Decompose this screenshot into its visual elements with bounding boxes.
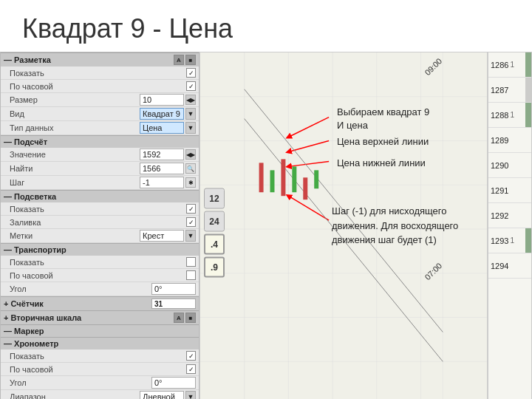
price-bar-indicator-1288: 1 xyxy=(510,111,514,119)
checkbox-pokazat4[interactable]: ✓ xyxy=(186,351,196,361)
row-ugol2-label: Угол xyxy=(10,378,151,387)
price-value-1287: 1287 xyxy=(491,86,508,95)
price-bar-1288 xyxy=(525,103,531,127)
row-pochasovoi2: По часовой xyxy=(1,269,199,282)
row-pokazat-value: ✓ xyxy=(186,68,196,78)
row-pokazat: Показать ✓ xyxy=(1,66,199,80)
row-pochasovoi3: По часовой ✓ xyxy=(1,363,199,376)
chevron-znachenie[interactable]: ◀▶ xyxy=(185,149,196,160)
section-schetchik-label: + Счётчик xyxy=(4,299,44,308)
tool-btn-4[interactable]: .4 xyxy=(204,234,225,255)
svg-rect-24 xyxy=(303,177,307,200)
checkbox-pochasovoi[interactable]: ✓ xyxy=(186,81,196,91)
checkbox-pokazat3[interactable] xyxy=(186,257,196,267)
row-vid: Вид Квадрат 9 ▼ xyxy=(1,107,199,121)
row-pochasovoi-label: По часовой xyxy=(10,82,186,91)
input-shag[interactable]: -1 xyxy=(140,177,184,188)
row-pokazat4: Показать ✓ xyxy=(1,349,199,363)
select-vid[interactable]: Квадрат 9 xyxy=(140,108,184,120)
icon-shag[interactable]: ✱ xyxy=(185,177,196,188)
input-razmer[interactable]: 10 xyxy=(140,94,184,106)
chevron-razmer[interactable]: ◀▶ xyxy=(185,95,196,105)
dropdown-vid[interactable]: ▼ xyxy=(185,108,196,120)
section-vtorichnaya: + Вторичная шкала A ■ xyxy=(1,310,199,324)
price-row-1287: 1287 xyxy=(488,78,531,103)
row-zalivka: Заливка ✓ xyxy=(1,216,199,229)
row-pochasovoi: По часовой ✓ xyxy=(1,80,199,93)
row-pochasovoi2-value xyxy=(186,270,196,280)
row-shag: Шаг -1 ✱ xyxy=(1,176,199,190)
row-ugol-value: 0° xyxy=(151,283,196,295)
select-metki[interactable]: Крест xyxy=(140,230,184,242)
row-znachenie-label: Значение xyxy=(10,150,140,159)
dropdown-metki[interactable]: ▼ xyxy=(185,230,196,242)
icon-b[interactable]: ■ xyxy=(185,55,196,65)
row-pochasovoi3-label: По часовой xyxy=(10,365,186,374)
row-pokazat3-value xyxy=(186,257,196,267)
icon-naiti[interactable]: 🔍 xyxy=(185,163,196,174)
price-row-1291: 1291 xyxy=(488,178,531,203)
chart-svg: 09:00 07:00 xyxy=(200,52,487,399)
checkbox-zalivka[interactable]: ✓ xyxy=(186,217,196,227)
input-ugol2[interactable]: 0° xyxy=(151,377,196,389)
chart-tools: 12 24 .4 .9 xyxy=(204,188,225,278)
vtorichnaya-icons: A ■ xyxy=(174,313,196,323)
svg-rect-0 xyxy=(200,52,487,399)
price-row-1293: 1293 1 xyxy=(488,228,531,253)
svg-rect-25 xyxy=(314,170,318,188)
row-pochasovoi-value: ✓ xyxy=(186,81,196,91)
row-ugol-label: Угол xyxy=(10,284,151,293)
section-marker: — Маркер xyxy=(1,324,199,337)
select-diapazon[interactable]: Дневной xyxy=(140,391,184,399)
icon-vs2[interactable]: ■ xyxy=(185,313,196,323)
price-bar-indicator-1293: 1 xyxy=(510,236,514,245)
icon-vs1[interactable]: A xyxy=(174,313,184,323)
dropdown-diapazon[interactable]: ▼ xyxy=(185,391,196,399)
price-bar-1286 xyxy=(525,52,531,77)
row-naiti-value: 1566 🔍 xyxy=(140,163,196,174)
price-value-1294: 1294 xyxy=(491,262,508,270)
row-diapazon: Диапазон Дневной ▼ xyxy=(1,390,199,399)
price-row-1292: 1292 xyxy=(488,203,531,228)
main-layout: — Разметка A ■ Показать ✓ По часовой ✓ Р… xyxy=(0,52,532,399)
tool-btn-9[interactable]: .9 xyxy=(204,257,225,278)
section-vtorichnaya-label: + Вторичная шкала xyxy=(4,313,81,322)
checkbox-pokazat[interactable]: ✓ xyxy=(186,68,196,78)
section-transporter: — Транспортир xyxy=(1,243,199,256)
row-razmer: Размер 10 ◀▶ xyxy=(1,93,199,107)
tool-btn-24[interactable]: 24 xyxy=(204,211,225,232)
dropdown-tip-dannyh[interactable]: ▼ xyxy=(185,122,196,134)
tool-btn-12[interactable]: 12 xyxy=(204,188,225,209)
svg-rect-20 xyxy=(259,163,264,192)
input-ugol[interactable]: 0° xyxy=(151,283,196,295)
input-naiti[interactable]: 1566 xyxy=(140,163,184,174)
section-razmetka: — Разметка A ■ xyxy=(1,52,199,66)
row-pokazat3: Показать xyxy=(1,256,199,269)
section-schetchik: + Счётчик 31 xyxy=(1,296,199,310)
svg-rect-23 xyxy=(292,166,296,192)
row-ugol2: Угол 0° xyxy=(1,376,199,390)
price-value-1291: 1291 xyxy=(491,186,508,195)
price-value-1288: 1288 xyxy=(491,111,508,120)
checkbox-pochasovoi3[interactable]: ✓ xyxy=(186,364,196,374)
price-row-1294: 1294 xyxy=(488,253,531,279)
row-vid-label: Вид xyxy=(10,109,140,118)
svg-rect-21 xyxy=(270,170,275,192)
row-pokazat2-label: Показать xyxy=(10,205,186,214)
section-razmetka-label: — Разметка xyxy=(4,55,51,64)
svg-rect-22 xyxy=(281,159,285,196)
price-bar-1293 xyxy=(525,228,531,253)
row-naiti: Найти 1566 🔍 xyxy=(1,162,199,176)
row-pokazat2-value: ✓ xyxy=(186,204,196,214)
price-row-1288: 1288 1 xyxy=(488,103,531,128)
row-tip-dannyh: Тип данных Цена ▼ xyxy=(1,121,199,135)
row-ugol: Угол 0° xyxy=(1,282,199,296)
checkbox-pokazat2[interactable]: ✓ xyxy=(186,204,196,214)
icon-a[interactable]: A xyxy=(174,55,184,65)
row-znachenie: Значение 1592 ◀▶ xyxy=(1,148,199,162)
input-znachenie[interactable]: 1592 xyxy=(140,149,184,160)
row-znachenie-value: 1592 ◀▶ xyxy=(140,149,196,160)
checkbox-pochasovoi2[interactable] xyxy=(186,270,196,280)
select-tip-dannyh[interactable]: Цена xyxy=(140,122,184,134)
row-metki-label: Метки xyxy=(10,231,140,240)
